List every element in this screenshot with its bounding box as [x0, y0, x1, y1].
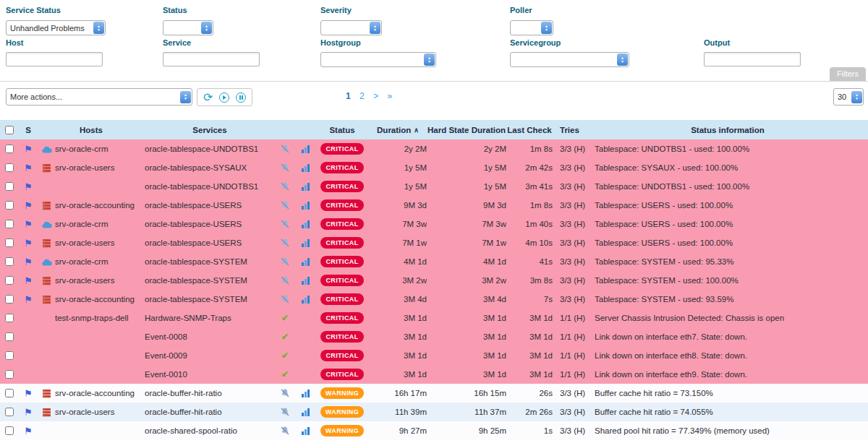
row-checkbox[interactable] — [5, 295, 14, 304]
host-link[interactable]: srv-oracle-users — [55, 238, 145, 247]
chart-icon[interactable] — [301, 163, 310, 173]
service-input[interactable] — [163, 52, 260, 66]
host-link[interactable]: srv-oracle-crm — [55, 145, 145, 153]
table-row: Event-0010✔CRITICAL3M 1d3M 1d3M 1d1/1 (H… — [0, 365, 868, 384]
service-link[interactable]: oracle-tablespace-SYSTEM — [145, 295, 275, 304]
row-checkbox[interactable] — [5, 257, 14, 266]
more-actions-select[interactable]: More actions... ▲▼ — [6, 88, 192, 106]
flag-icon[interactable]: ⚑ — [24, 294, 33, 305]
flag-icon[interactable]: ⚑ — [24, 407, 33, 418]
host-link[interactable]: srv-oracle-crm — [55, 257, 145, 266]
service-link[interactable]: oracle-buffer-hit-ratio — [145, 408, 275, 416]
chart-icon[interactable] — [301, 182, 310, 192]
host-link[interactable]: srv-oracle-users — [55, 408, 145, 416]
severity-select[interactable]: ▲▼ — [320, 20, 382, 35]
filters-button[interactable]: Filters — [830, 67, 866, 81]
output-input[interactable] — [704, 52, 801, 66]
flag-icon[interactable]: ⚑ — [24, 275, 33, 286]
col-header-status-information[interactable]: Status information — [587, 126, 868, 134]
icon-cell — [275, 238, 295, 248]
chart-icon[interactable] — [301, 220, 310, 229]
servicegroup-select[interactable]: ▲▼ — [510, 52, 629, 67]
chart-icon[interactable] — [301, 426, 310, 436]
chart-icon[interactable] — [301, 201, 310, 210]
service-link[interactable]: oracle-shared-spool-ratio — [145, 426, 275, 435]
host-link[interactable]: srv-oracle-users — [55, 276, 145, 285]
flag-icon[interactable]: ⚑ — [24, 181, 33, 192]
refresh-icon[interactable]: ⟳ — [203, 93, 213, 103]
service-link[interactable]: oracle-tablespace-UNDOTBS1 — [145, 145, 275, 153]
row-checkbox[interactable] — [5, 389, 14, 397]
row-checkbox[interactable] — [5, 276, 14, 285]
status-select[interactable]: ▲▼ — [163, 20, 213, 35]
status-information-cell: Tablespace: SYSTEM - used: 100.00% — [587, 276, 868, 285]
host-input[interactable] — [6, 52, 103, 66]
flag-icon[interactable]: ⚑ — [24, 144, 33, 155]
service-link[interactable]: oracle-tablespace-SYSTEM — [145, 257, 275, 266]
service-link[interactable]: oracle-tablespace-SYSAUX — [145, 163, 275, 172]
pause-icon[interactable] — [236, 93, 246, 103]
chart-icon[interactable] — [301, 145, 310, 154]
page-next-link[interactable]: > — [373, 91, 378, 101]
col-header-last-check[interactable]: Last Check — [506, 126, 553, 134]
flag-icon[interactable]: ⚑ — [24, 238, 33, 249]
host-link[interactable]: srv-oracle-users — [55, 163, 145, 172]
row-checkbox[interactable] — [5, 145, 14, 153]
service-link[interactable]: oracle-tablespace-SYSTEM — [145, 276, 275, 285]
page-2-link[interactable]: 2 — [359, 91, 365, 101]
row-checkbox[interactable] — [5, 314, 14, 322]
poller-select[interactable]: ▲▼ — [510, 20, 553, 35]
service-link[interactable]: Event-0008 — [145, 332, 275, 341]
service-link[interactable]: oracle-tablespace-USERS — [145, 220, 275, 228]
row-checkbox[interactable] — [5, 220, 14, 228]
flag-icon[interactable]: ⚑ — [24, 426, 33, 436]
col-header-s[interactable]: S — [19, 126, 38, 134]
flag-icon[interactable]: ⚑ — [24, 388, 33, 399]
chart-icon[interactable] — [301, 408, 310, 417]
chart-icon[interactable] — [301, 389, 310, 398]
service-link[interactable]: oracle-tablespace-USERS — [145, 201, 275, 210]
select-all-checkbox[interactable] — [5, 126, 14, 134]
tries-cell: 3/3 (H) — [553, 220, 587, 228]
host-link[interactable]: srv-oracle-accounting — [55, 201, 145, 210]
service-link[interactable]: Event-0009 — [145, 351, 275, 360]
hostgroup-select[interactable]: ▲▼ — [320, 52, 436, 67]
row-checkbox[interactable] — [5, 426, 14, 435]
row-checkbox[interactable] — [5, 163, 14, 172]
play-icon[interactable] — [219, 93, 229, 103]
row-checkbox[interactable] — [5, 370, 14, 379]
flag-icon[interactable]: ⚑ — [24, 219, 33, 230]
col-header-tries[interactable]: Tries — [553, 126, 587, 134]
host-link[interactable]: srv-oracle-crm — [55, 220, 145, 228]
chart-icon[interactable] — [301, 276, 310, 285]
flag-icon[interactable]: ⚑ — [24, 200, 33, 211]
service-link[interactable]: oracle-tablespace-UNDOTBS1 — [145, 182, 275, 191]
flag-icon[interactable]: ⚑ — [24, 163, 33, 173]
chart-icon[interactable] — [301, 238, 310, 248]
service-link[interactable]: Hardware-SNMP-Traps — [145, 314, 275, 322]
row-checkbox[interactable] — [5, 201, 14, 210]
col-header-services[interactable]: Services — [145, 126, 275, 134]
page-last-link[interactable]: » — [387, 91, 392, 101]
col-header-hosts[interactable]: Hosts — [38, 126, 145, 134]
service-link[interactable]: oracle-tablespace-USERS — [145, 238, 275, 247]
row-checkbox[interactable] — [5, 351, 14, 360]
col-header-duration[interactable]: Duration∧ — [369, 126, 427, 134]
chart-icon[interactable] — [301, 295, 310, 304]
row-checkbox[interactable] — [5, 332, 14, 341]
row-checkbox[interactable] — [5, 182, 14, 191]
row-checkbox[interactable] — [5, 238, 14, 247]
page-current[interactable]: 1 — [346, 91, 351, 101]
flag-icon[interactable]: ⚑ — [24, 257, 33, 267]
host-link[interactable]: srv-oracle-accounting — [55, 295, 145, 304]
service-link[interactable]: oracle-buffer-hit-ratio — [145, 389, 275, 397]
host-link[interactable]: test-snmp-traps-dell — [55, 314, 145, 322]
col-header-hard-state-duration[interactable]: Hard State Duration — [427, 126, 506, 134]
chart-icon[interactable] — [301, 257, 310, 267]
page-size-select[interactable]: 30 ▲▼ — [833, 88, 864, 106]
row-checkbox[interactable] — [5, 408, 14, 416]
service-link[interactable]: Event-0010 — [145, 370, 275, 379]
col-header-status[interactable]: Status — [315, 126, 369, 134]
host-link[interactable]: srv-oracle-accounting — [55, 389, 145, 397]
service-status-select[interactable]: Unhandled Problems ▲▼ — [6, 20, 106, 35]
